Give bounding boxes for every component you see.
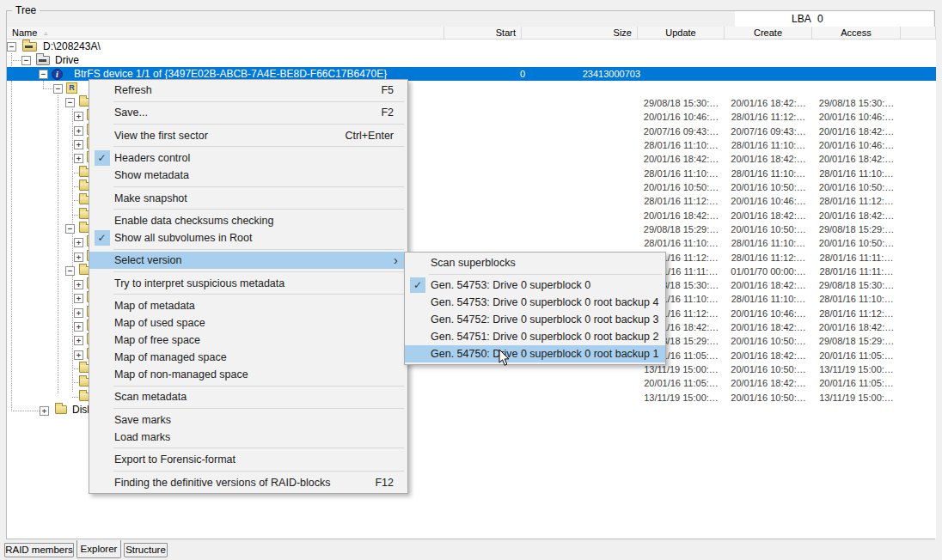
- cell-create: 20/01/16 18:42:…: [725, 152, 812, 166]
- column-header-start[interactable]: Start: [444, 27, 522, 39]
- menu-item-make-snapshot[interactable]: Make snapshot: [89, 190, 407, 207]
- tree-connector-line: [72, 368, 79, 369]
- expander-expand-icon[interactable]: +: [74, 294, 83, 303]
- expander-expand-icon[interactable]: +: [74, 280, 83, 289]
- column-header-size[interactable]: Size: [522, 27, 638, 39]
- menu-item-refresh[interactable]: RefreshF5: [89, 82, 407, 99]
- lba-field[interactable]: LBA 0: [735, 11, 933, 27]
- expander-expand-icon[interactable]: +: [74, 140, 83, 149]
- tree-connector-line: [72, 200, 79, 201]
- menu-item-finding-the-definitive-versions-of-raid-blocks[interactable]: Finding the definitive versions of RAID-…: [89, 474, 407, 491]
- cell-create: 20/01/16 18:42:…: [725, 349, 812, 362]
- cell-create: 28/01/16 11:12:…: [725, 251, 812, 265]
- cell-create: 01/01/70 00:00:…: [725, 265, 812, 278]
- column-header-name[interactable]: Name▵: [7, 27, 444, 39]
- cell-access: 13/11/19 15:00:…: [812, 391, 901, 405]
- tree-item-drive-root[interactable]: D:\208243A\: [43, 40, 101, 52]
- cell-create: 20/01/16 10:46:…: [725, 194, 812, 208]
- cell-access: 29/08/18 15:30:…: [812, 278, 901, 292]
- menu-item-map-of-used-space[interactable]: Map of used space: [89, 314, 407, 332]
- menu-item-label: Gen. 54750: Drive 0 superblock 0 root ba…: [431, 348, 665, 360]
- expander-collapse-icon[interactable]: −: [21, 56, 31, 65]
- expander-expand-icon[interactable]: +: [74, 154, 83, 163]
- tab-explorer[interactable]: Explorer: [76, 540, 121, 558]
- menu-item-try-to-interpret-suspicious-metadata[interactable]: Try to interpret suspicious metadata: [89, 275, 407, 292]
- submenu-item-gen-54753-drive-0-superblock-0-root-backup-4[interactable]: Gen. 54753: Drive 0 superblock 0 root ba…: [405, 294, 665, 311]
- expander-expand-icon[interactable]: +: [74, 350, 83, 360]
- menu-item-label: View the first sector: [114, 130, 345, 142]
- menu-item-headers-control[interactable]: ✓Headers control: [89, 149, 407, 167]
- column-header-access[interactable]: Access: [812, 27, 901, 39]
- cell-update: 29/08/18 15:30:…: [638, 96, 725, 110]
- expander-expand-icon[interactable]: +: [74, 253, 83, 262]
- cell-update: 28/01/16 11:10:…: [638, 236, 725, 250]
- menu-item-label: Enable data checksums checking: [114, 215, 407, 227]
- menu-item-save[interactable]: Save...F2: [89, 104, 407, 121]
- menu-item-view-the-first-sector[interactable]: View the first sectorCtrl+Enter: [89, 127, 407, 144]
- tree-item-drive[interactable]: Drive: [55, 54, 79, 66]
- menu-item-label: Map of free space: [114, 334, 407, 346]
- sort-ascending-icon: ▵: [44, 29, 47, 37]
- tab-raid-members[interactable]: RAID members: [4, 543, 74, 557]
- menu-item-export-to-forensic-format[interactable]: Export to Forensic-format: [89, 451, 407, 468]
- menu-item-label: Make snapshot: [114, 192, 407, 204]
- select-version-submenu: Scan superblocks✓Gen. 54753: Drive 0 sup…: [404, 252, 666, 365]
- cell-create: 28/01/16 11:12:…: [725, 110, 812, 124]
- menu-item-save-marks[interactable]: Save marks: [89, 411, 407, 429]
- menu-item-map-of-free-space[interactable]: Map of free space: [89, 332, 407, 349]
- submenu-item-gen-54752-drive-0-superblock-0-root-backup-3[interactable]: Gen. 54752: Drive 0 superblock 0 root ba…: [405, 311, 665, 328]
- submenu-item-gen-54751-drive-0-superblock-0-root-backup-2[interactable]: Gen. 54751: Drive 0 superblock 0 root ba…: [405, 328, 665, 345]
- menu-item-map-of-non-managed-space[interactable]: Map of non-managed space: [89, 366, 407, 383]
- tree-connector-line: [11, 411, 40, 411]
- submenu-item-gen-54750-drive-0-superblock-0-root-backup-1[interactable]: Gen. 54750: Drive 0 superblock 0 root ba…: [405, 345, 665, 362]
- menu-item-label: Select version: [114, 254, 394, 266]
- expander-expand-icon[interactable]: +: [74, 126, 83, 136]
- cell-update: 20/01/16 18:42:…: [638, 209, 725, 222]
- expander-collapse-icon[interactable]: −: [65, 266, 75, 276]
- cell-create: 20/01/16 10:50:…: [725, 362, 812, 376]
- tab-structure[interactable]: Structure: [124, 543, 168, 557]
- tree-connector-line: [72, 397, 79, 398]
- bottom-tab-bar: RAID membersExplorerStructure: [0, 540, 942, 560]
- menu-item-select-version[interactable]: Select version›: [89, 252, 407, 269]
- menu-item-label: Show metadata: [114, 169, 407, 181]
- expander-collapse-icon[interactable]: −: [53, 84, 63, 94]
- expander-collapse-icon[interactable]: −: [39, 70, 48, 79]
- cell-create: 20/01/16 18:42:…: [725, 376, 812, 390]
- submenu-item-gen-54753-drive-0-superblock-0[interactable]: ✓Gen. 54753: Drive 0 superblock 0: [405, 277, 665, 294]
- column-header-create[interactable]: Create: [725, 27, 812, 39]
- menu-item-enable-data-checksums-checking[interactable]: Enable data checksums checking: [89, 212, 407, 229]
- column-header-update[interactable]: Update: [638, 27, 725, 39]
- submenu-item-scan-superblocks[interactable]: Scan superblocks: [405, 254, 665, 271]
- expander-expand-icon[interactable]: +: [74, 238, 83, 247]
- expander-expand-icon[interactable]: +: [40, 406, 49, 416]
- cell-update: 20/07/16 09:43:…: [638, 125, 725, 138]
- menu-item-show-metadata[interactable]: Show metadata: [89, 167, 407, 184]
- cell-access: 28/01/16 11:10:…: [812, 167, 901, 180]
- tree-connector-line: [43, 81, 44, 88]
- menu-item-load-marks[interactable]: Load marks: [89, 429, 407, 446]
- cell-access: 20/01/16 18:42:…: [812, 320, 901, 334]
- expander-expand-icon[interactable]: +: [74, 336, 83, 345]
- expander-expand-icon[interactable]: +: [74, 112, 83, 121]
- menu-item-scan-metadata[interactable]: Scan metadata: [89, 388, 407, 405]
- cell-access: 20/01/16 11:05:…: [812, 376, 901, 390]
- tree-connector-line: [43, 88, 53, 89]
- expander-collapse-icon[interactable]: −: [7, 42, 16, 52]
- expander-collapse-icon[interactable]: −: [65, 98, 75, 107]
- cell-update: 20/01/16 11:05:…: [638, 376, 725, 390]
- menu-item-map-of-managed-space[interactable]: Map of managed space: [89, 349, 407, 366]
- menu-item-map-of-metadata[interactable]: Map of metadata: [89, 297, 407, 314]
- menu-item-label: Gen. 54753: Drive 0 superblock 0 root ba…: [431, 296, 665, 308]
- expander-collapse-icon[interactable]: −: [65, 224, 75, 234]
- menu-separator: [113, 124, 404, 125]
- menu-separator: [113, 209, 404, 210]
- expander-expand-icon[interactable]: +: [74, 308, 83, 318]
- cell-create: 20/01/16 10:50:…: [725, 334, 812, 348]
- expander-expand-icon[interactable]: +: [74, 322, 83, 332]
- menu-item-label: Scan superblocks: [431, 257, 665, 269]
- lba-value: 0: [817, 11, 823, 27]
- menu-item-show-all-subvolumes-in-root[interactable]: ✓Show all subvolumes in Root: [89, 229, 407, 247]
- context-menu: RefreshF5Save...F2View the first sectorC…: [89, 79, 408, 494]
- menu-item-label: Map of managed space: [114, 351, 407, 363]
